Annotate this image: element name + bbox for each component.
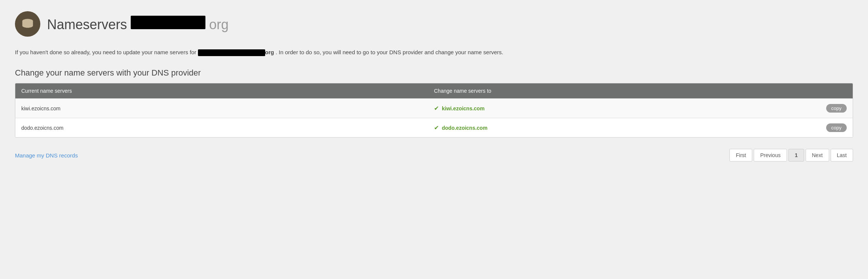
page-footer: Manage my DNS records First Previous 1 N… — [15, 149, 853, 162]
title-text: Nameservers — [47, 17, 127, 33]
copy-button-2[interactable]: copy — [826, 123, 847, 132]
change-nameserver-1: ✔ kiwi.ezoicns.com copy — [434, 104, 847, 113]
inline-domain-redacted — [198, 49, 265, 56]
nameservers-table: Current name servers Change name servers… — [15, 83, 853, 138]
section-title: Change your name servers with your DNS p… — [15, 68, 853, 78]
pagination: First Previous 1 Next Last — [729, 149, 853, 162]
next-page-button[interactable]: Next — [806, 149, 829, 162]
check-icon-1: ✔ — [434, 105, 439, 112]
table-row: kiwi.ezoicns.com ✔ kiwi.ezoicns.com copy — [15, 98, 853, 118]
nameserver-link-1[interactable]: kiwi.ezoicns.com — [442, 105, 484, 111]
domain-redacted — [131, 16, 205, 29]
description-text: If you haven't done so already, you need… — [15, 48, 538, 57]
current-nameserver-1: kiwi.ezoicns.com — [21, 105, 434, 111]
domain-suffix: org — [209, 17, 229, 33]
change-nameserver-2: ✔ dodo.ezoicns.com copy — [434, 123, 847, 132]
col-header-current: Current name servers — [21, 88, 434, 94]
first-page-button[interactable]: First — [729, 149, 752, 162]
nameserver-link-2[interactable]: dodo.ezoicns.com — [442, 125, 487, 131]
manage-dns-link[interactable]: Manage my DNS records — [15, 152, 78, 159]
page-header: Nameservers org — [15, 11, 853, 37]
last-page-button[interactable]: Last — [831, 149, 853, 162]
previous-page-button[interactable]: Previous — [754, 149, 787, 162]
current-nameserver-2: dodo.ezoicns.com — [21, 125, 434, 131]
table-header: Current name servers Change name servers… — [15, 83, 853, 98]
table-row: dodo.ezoicns.com ✔ dodo.ezoicns.com copy — [15, 118, 853, 137]
logo-icon — [15, 11, 40, 37]
check-icon-2: ✔ — [434, 124, 439, 131]
col-header-change: Change name servers to — [434, 88, 847, 94]
page-title: Nameservers org — [47, 16, 229, 33]
current-page-button[interactable]: 1 — [788, 149, 804, 162]
copy-button-1[interactable]: copy — [826, 104, 847, 113]
